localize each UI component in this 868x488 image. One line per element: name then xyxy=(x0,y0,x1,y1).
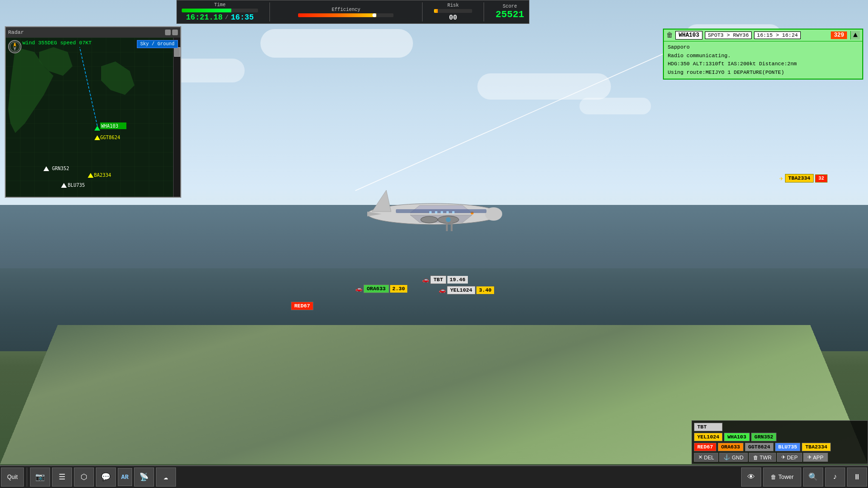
del-button[interactable]: ✕ DEL xyxy=(694,453,718,462)
wind-info: wind 355DEG speed 07KT xyxy=(22,40,92,46)
wind-text: wind 355DEG speed 07KT xyxy=(22,40,92,46)
svg-marker-4 xyxy=(372,190,391,212)
pause-btn[interactable]: ⏸ xyxy=(847,468,867,487)
twr-button[interactable]: 🗑 TWR xyxy=(749,453,776,462)
tower-icon: 🗑 xyxy=(771,474,776,480)
aircraft-score-badge: 329 xyxy=(831,31,847,39)
camera-icon: 📷 xyxy=(35,472,45,482)
red67-chip[interactable]: RED67 xyxy=(291,302,313,310)
efficiency-label: Efficiency xyxy=(331,7,360,12)
binoculars-icon: 👁 xyxy=(747,473,755,482)
top-hud: Time 16:21.18 / 16:35 Efficiency Risk 00… xyxy=(176,0,529,24)
time-display: 16:21.18 / 16:35 xyxy=(186,13,254,22)
svg-text:BA2334: BA2334 xyxy=(94,173,111,178)
app-label: APP xyxy=(813,455,824,460)
search-btn[interactable]: 🔍 xyxy=(803,468,823,487)
panel-red67[interactable]: RED67 xyxy=(694,443,716,451)
score-section: Score 25521 xyxy=(496,4,524,20)
radar-view-icon: ⬡ xyxy=(81,472,87,482)
yel1024-chip[interactable]: YEL1024 xyxy=(447,286,475,295)
score-label: Score xyxy=(503,4,517,9)
yel1024-time: 3.40 xyxy=(476,286,494,294)
panel-tba2334[interactable]: TBA2334 xyxy=(802,443,830,451)
risk-section: Risk 00 xyxy=(434,3,472,21)
radar-svg: WHA103 GGT8624 GRN352 BA2334 BLU735 xyxy=(6,38,180,197)
aircraft-info-header: 🗑 WHA103 SPOT3 > RWY36 16:15 > 16:24 329… xyxy=(664,30,862,41)
aircraft-id-badge[interactable]: WHA103 xyxy=(675,31,703,40)
quit-button[interactable]: Quit xyxy=(1,468,24,487)
panel-blu735[interactable]: BLU735 xyxy=(775,443,801,451)
radar-title: Radar xyxy=(8,30,24,35)
scrollbar-handle[interactable] xyxy=(174,47,180,57)
bar-sep-1 xyxy=(27,468,27,487)
music-btn[interactable]: ♪ xyxy=(825,468,845,487)
svg-rect-13 xyxy=(441,211,443,214)
svg-rect-14 xyxy=(446,211,449,214)
view-icon-4[interactable]: 💬 xyxy=(96,468,116,487)
gnd-label: GND xyxy=(732,455,743,460)
tbt-header-chip[interactable]: TBT xyxy=(694,423,723,431)
airport-line: Sapporo xyxy=(668,43,858,52)
hud-sep-1 xyxy=(269,2,270,21)
airplane-3d xyxy=(353,185,515,243)
svg-point-18 xyxy=(446,217,451,222)
time-value: 16:21.18 xyxy=(186,13,223,22)
info-scroll-up[interactable]: ▲ xyxy=(850,31,860,40)
radar-scrollbar[interactable] xyxy=(173,38,180,197)
menu-icon: ☰ xyxy=(59,472,65,482)
radar-map[interactable]: WHA103 GGT8624 GRN352 BA2334 BLU735 wind… xyxy=(6,38,180,197)
yel1024-label: 🚗 YEL1024 3.40 xyxy=(439,286,494,295)
panel-wha103[interactable]: WHA103 xyxy=(724,433,750,441)
route-detail-line: Using route:MEIJYO 1 DEPARTURE(PONTE) xyxy=(668,69,858,77)
cloud xyxy=(260,29,413,58)
ora633-time: 2.30 xyxy=(390,285,407,293)
svg-rect-12 xyxy=(435,211,437,214)
dep-button[interactable]: ✈ DEP xyxy=(777,453,802,462)
view-icon-3[interactable]: ⬡ xyxy=(74,468,94,487)
panel-ora633[interactable]: ORA633 xyxy=(718,443,744,451)
svg-rect-16 xyxy=(446,223,448,231)
pause-icon: ⏸ xyxy=(853,473,861,482)
tba2334-score: 32 xyxy=(815,174,827,183)
cloud xyxy=(477,73,611,100)
tbt-chip[interactable]: TBT xyxy=(430,275,446,284)
cloud-icon-btn[interactable]: ☁ xyxy=(156,468,176,487)
panel-ggt8624[interactable]: GGT8624 xyxy=(745,443,774,451)
view-icon-1[interactable]: 📷 xyxy=(30,468,50,487)
svg-rect-11 xyxy=(429,211,432,214)
trash-icon[interactable]: 🗑 xyxy=(666,31,673,39)
binoculars-btn[interactable]: 👁 xyxy=(741,468,761,487)
time-badge: 16:15 > 16:24 xyxy=(754,31,801,39)
quit-label: Quit xyxy=(7,474,18,480)
svg-point-2 xyxy=(485,207,502,221)
hud-sep-3 xyxy=(484,2,484,21)
search-icon: 🔍 xyxy=(808,472,818,482)
gnd-button[interactable]: ⚓ GND xyxy=(719,453,747,462)
sky-ground-btn[interactable]: Sky / Ground xyxy=(137,40,178,48)
status-line: Radio communicating. xyxy=(668,52,858,61)
radar-panel: Radar WHA103 xyxy=(5,26,181,198)
antenna-icon-btn[interactable]: 📡 xyxy=(134,468,154,487)
time-limit: 16:35 xyxy=(231,13,254,22)
panel-yel1024[interactable]: YEL1024 xyxy=(694,433,723,441)
time-label: Time xyxy=(214,2,226,8)
action-buttons-row: ✕ DEL ⚓ GND 🗑 TWR ✈ DEP ✈ APP xyxy=(694,453,866,462)
svg-text:BLU735: BLU735 xyxy=(68,183,85,188)
route-badge: SPOT3 > RWY36 xyxy=(705,31,752,39)
tbt-header-row: TBT xyxy=(694,423,866,431)
app-button[interactable]: ✈ APP xyxy=(803,453,828,462)
ora633-chip[interactable]: ORA633 xyxy=(363,285,389,293)
tba2334-chip[interactable]: TBA2334 xyxy=(785,174,814,183)
hud-sep-2 xyxy=(422,2,423,21)
svg-point-8 xyxy=(421,216,438,223)
view-icon-2[interactable]: ☰ xyxy=(52,468,72,487)
panel-grn352[interactable]: GRN352 xyxy=(751,433,777,441)
radar-minimize[interactable] xyxy=(165,30,171,35)
twr-label: TWR xyxy=(760,455,772,460)
ar-label: AR xyxy=(121,474,129,481)
tower-button[interactable]: 🗑 Tower xyxy=(763,468,801,487)
svg-rect-15 xyxy=(452,211,455,214)
ar-button[interactable]: AR xyxy=(118,468,132,486)
radar-close[interactable] xyxy=(172,30,178,35)
efficiency-bar-fill xyxy=(298,13,376,17)
